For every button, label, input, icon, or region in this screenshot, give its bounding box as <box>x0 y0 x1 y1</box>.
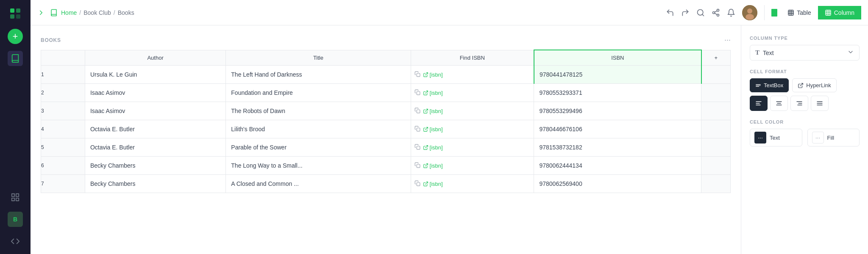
cell-author[interactable]: Becky Chambers <box>85 157 225 175</box>
isbn-link[interactable]: [isbn] <box>423 108 443 114</box>
row-number: 6 <box>41 157 85 175</box>
table-title: BOOKS <box>41 37 61 43</box>
cell-author[interactable]: Isaac Asimov <box>85 84 225 102</box>
cell-format-buttons: TextBox HyperLink <box>750 78 860 92</box>
main-content: Home / Book Club / Books <box>31 0 868 254</box>
align-left-button[interactable] <box>750 96 768 111</box>
sidebar-item-database[interactable] <box>8 190 23 205</box>
cell-isbn[interactable]: 9780062444134 <box>534 157 701 175</box>
text-color-chip[interactable]: ··· Text <box>750 129 802 146</box>
notifications-icon[interactable] <box>727 8 735 17</box>
cell-author[interactable]: Octavia E. Butler <box>85 138 225 157</box>
share-icon[interactable] <box>712 8 720 17</box>
cell-find-isbn[interactable]: [isbn] <box>411 120 534 138</box>
cell-find-isbn[interactable]: [isbn] <box>411 66 534 84</box>
search-icon[interactable] <box>696 8 705 17</box>
cell-format-label: CELL FORMAT <box>750 69 860 74</box>
cell-find-isbn[interactable]: [isbn] <box>411 138 534 157</box>
svg-line-37 <box>425 127 428 130</box>
add-button[interactable]: + <box>8 29 23 44</box>
align-justify-button[interactable] <box>811 96 829 111</box>
breadcrumb-sep2: / <box>114 9 115 16</box>
col-title[interactable]: Title <box>226 50 411 66</box>
column-view-button[interactable]: Column <box>818 6 861 19</box>
svg-rect-30 <box>417 73 420 77</box>
cell-isbn[interactable]: 9780441478125 <box>534 66 701 84</box>
svg-rect-42 <box>417 182 420 186</box>
cell-title[interactable]: Lilith's Brood <box>226 120 411 138</box>
breadcrumb-current: Books <box>118 9 134 16</box>
cell-author[interactable]: Becky Chambers <box>85 175 225 193</box>
isbn-link[interactable]: [isbn] <box>423 163 443 169</box>
isbn-link[interactable]: [isbn] <box>423 144 443 151</box>
cell-find-isbn[interactable]: [isbn] <box>411 175 534 193</box>
col-find-isbn[interactable]: Find ISBN <box>411 50 534 66</box>
undo-button[interactable] <box>666 8 674 17</box>
text-type-icon: T <box>755 49 760 56</box>
svg-point-18 <box>746 14 754 20</box>
breadcrumb-sep1: / <box>79 9 81 16</box>
cell-isbn[interactable]: 9780553299496 <box>534 102 701 120</box>
svg-line-14 <box>715 13 717 14</box>
cell-title[interactable]: The Long Way to a Small... <box>226 157 411 175</box>
isbn-link[interactable]: [isbn] <box>423 90 443 96</box>
cell-color-label: CELL COLOR <box>750 119 860 124</box>
view-toggles: Table Column <box>781 6 861 19</box>
cell-title[interactable]: Foundation and Empire <box>226 84 411 102</box>
column-type-dropdown[interactable]: T Text <box>750 45 860 61</box>
breadcrumb-icon <box>50 9 58 17</box>
textbox-format-button[interactable]: TextBox <box>750 78 789 92</box>
isbn-link[interactable]: [isbn] <box>423 72 443 78</box>
nav-arrow-icon[interactable] <box>37 9 45 17</box>
content-area: BOOKS ··· Author Title Find ISBN ISBN + <box>31 25 868 254</box>
table-view-button[interactable]: Table <box>781 6 818 19</box>
sidebar-item-book-club[interactable] <box>8 51 23 66</box>
table-row[interactable]: 7 Becky Chambers A Closed and Common ...… <box>41 175 731 193</box>
cell-author[interactable]: Octavia E. Butler <box>85 120 225 138</box>
svg-rect-25 <box>826 10 831 15</box>
table-row[interactable]: 6 Becky Chambers The Long Way to a Small… <box>41 157 731 175</box>
fill-color-chip[interactable]: ··· Fill <box>807 129 860 146</box>
user-avatar[interactable] <box>742 5 757 20</box>
svg-rect-2 <box>16 8 20 13</box>
table-row[interactable]: 3 Isaac Asimov The Robots of Dawn [isbn]… <box>41 102 731 120</box>
nav-flag-left <box>771 9 777 17</box>
table-row[interactable]: 4 Octavia E. Butler Lilith's Brood [isbn… <box>41 120 731 138</box>
cell-title[interactable]: A Closed and Common ... <box>226 175 411 193</box>
isbn-link[interactable]: [isbn] <box>423 181 443 187</box>
table-row[interactable]: 1 Ursula K. Le Guin The Left Hand of Dar… <box>41 66 731 84</box>
table-row[interactable]: 2 Isaac Asimov Foundation and Empire [is… <box>41 84 731 102</box>
table-options-button[interactable]: ··· <box>724 36 731 44</box>
hyperlink-format-button[interactable]: HyperLink <box>792 78 837 92</box>
cell-color-section: CELL COLOR ··· Text ··· Fill <box>750 119 860 146</box>
hyperlink-format-label: HyperLink <box>806 82 831 88</box>
cell-find-isbn[interactable]: [isbn] <box>411 102 534 120</box>
sidebar-user-avatar[interactable]: B <box>8 212 23 227</box>
cell-find-isbn[interactable]: [isbn] <box>411 84 534 102</box>
table-area: BOOKS ··· Author Title Find ISBN ISBN + <box>31 25 741 254</box>
align-right-button[interactable] <box>790 96 808 111</box>
cell-find-isbn[interactable]: [isbn] <box>411 157 534 175</box>
cell-isbn[interactable]: 9781538732182 <box>534 138 701 157</box>
cell-isbn[interactable]: 9780553293371 <box>534 84 701 102</box>
cell-title[interactable]: The Robots of Dawn <box>226 102 411 120</box>
col-isbn[interactable]: ISBN <box>534 50 701 66</box>
redo-button[interactable] <box>681 8 690 17</box>
fill-color-swatch: ··· <box>812 132 824 144</box>
col-author[interactable]: Author <box>85 50 225 66</box>
isbn-link[interactable]: [isbn] <box>423 126 443 133</box>
add-column-button[interactable]: + <box>701 50 731 66</box>
cell-title[interactable]: Parable of the Sower <box>226 138 411 157</box>
align-center-button[interactable] <box>770 96 788 111</box>
breadcrumb-home[interactable]: Home <box>61 9 77 16</box>
svg-rect-8 <box>16 198 19 201</box>
cell-title[interactable]: The Left Hand of Darkness <box>226 66 411 84</box>
svg-rect-0 <box>8 6 23 21</box>
table-row[interactable]: 5 Octavia E. Butler Parable of the Sower… <box>41 138 731 157</box>
cell-isbn[interactable]: 9780446676106 <box>534 120 701 138</box>
cell-isbn[interactable]: 9780062569400 <box>534 175 701 193</box>
sidebar-item-code[interactable] <box>8 234 23 249</box>
cell-author[interactable]: Ursula K. Le Guin <box>85 66 225 84</box>
cell-author[interactable]: Isaac Asimov <box>85 102 225 120</box>
copy-icon <box>415 180 420 188</box>
